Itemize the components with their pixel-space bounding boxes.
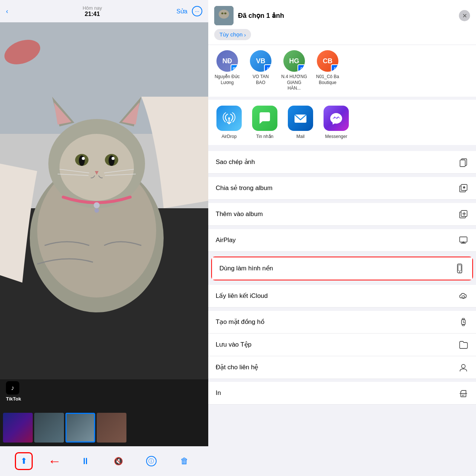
- svg-point-23: [94, 202, 100, 208]
- cat-photo: [0, 22, 208, 379]
- svg-point-53: [461, 364, 465, 368]
- svg-point-16: [82, 157, 85, 160]
- mail-svg: [293, 111, 308, 126]
- svg-point-14: [79, 155, 85, 166]
- action-save-files[interactable]: Lưu vào Tệp: [208, 334, 476, 356]
- avatar-initials-1: NĐ: [222, 57, 232, 65]
- svg-point-47: [464, 296, 464, 297]
- contact-avatar-4: CB Z: [317, 50, 338, 72]
- contacts-row: NĐ m Nguyễn Đức Lương VB Z VO TAN BAO HG…: [208, 45, 476, 100]
- share-button[interactable]: ⬆: [15, 452, 33, 470]
- share-header: Đã chọn 1 ảnh ✕ Tùy chọn ›: [208, 0, 476, 45]
- left-header: ‹ Hôm nay 21:41 Sửa ···: [0, 0, 208, 22]
- zalo-badge-4: Z: [331, 64, 338, 72]
- divider-7: [208, 379, 476, 382]
- app-messenger[interactable]: Messenger: [321, 106, 351, 139]
- contact-item-2[interactable]: VB Z VO TAN BAO: [248, 50, 274, 91]
- thumbnail-1[interactable]: [3, 413, 33, 443]
- action-create-watch[interactable]: Tạo mặt đồng hồ: [208, 311, 476, 334]
- app-mail[interactable]: Mail: [286, 106, 315, 139]
- action-group-wallpaper: Dùng làm hình nền: [211, 257, 473, 280]
- action-airplay[interactable]: AirPlay: [208, 229, 476, 252]
- arrow-indicator: ←: [48, 453, 61, 469]
- thumbnail-2[interactable]: [34, 413, 64, 443]
- action-copy-photo[interactable]: Sao chép ảnh: [208, 151, 476, 174]
- save-files-label: Lưu vào Tệp: [216, 341, 251, 348]
- time-display: 21:41: [85, 11, 100, 17]
- right-panel: Đã chọn 1 ảnh ✕ Tùy chọn › NĐ m Nguyễn Đ…: [208, 0, 476, 476]
- action-group-add-album: Thêm vào album: [208, 203, 476, 226]
- more-icon: ···: [195, 9, 199, 14]
- thumbnail-selected[interactable]: [65, 413, 95, 443]
- action-print[interactable]: In: [208, 382, 476, 405]
- tiktok-label: TikTok: [6, 396, 21, 402]
- divider-1: [208, 174, 476, 177]
- edit-button[interactable]: Sửa: [176, 8, 187, 15]
- zalo-badge-2: Z: [264, 64, 271, 72]
- thumbnail-4[interactable]: [97, 413, 126, 443]
- zalo-badge-3: Z: [298, 64, 305, 72]
- contact-name-3: N.4 HƯƠNG GIANG HÀN...: [281, 74, 307, 91]
- back-button[interactable]: ‹: [6, 7, 8, 15]
- airplay-label: AirPlay: [216, 237, 236, 244]
- contact-item-1[interactable]: NĐ m Nguyễn Đức Lương: [214, 50, 240, 91]
- left-panel: ‹ Hôm nay 21:41 Sửa ···: [0, 0, 208, 476]
- print-label: In: [216, 389, 221, 397]
- info-button[interactable]: ⓘ: [142, 452, 160, 470]
- messenger-svg: [329, 111, 344, 126]
- messenger-label: Messenger: [325, 134, 347, 139]
- share-icon: ⬆: [20, 456, 27, 466]
- messenger-badge-1: m: [231, 64, 238, 72]
- mute-button[interactable]: 🔇: [109, 452, 127, 470]
- divider-6: [208, 308, 476, 311]
- svg-point-11: [60, 134, 134, 201]
- more-button[interactable]: ···: [192, 6, 202, 16]
- divider-3: [208, 226, 476, 229]
- svg-point-27: [221, 13, 223, 15]
- messages-label: Tin nhắn: [256, 134, 274, 139]
- album-title: Hôm nay: [83, 5, 102, 11]
- contact-name-1: Nguyễn Đức Lương: [214, 74, 240, 86]
- options-button[interactable]: Tùy chọn ›: [214, 29, 251, 40]
- tiktok-overlay: ♪ TikTok: [6, 381, 21, 402]
- divider-5: [208, 282, 476, 285]
- share-title: Đã chọn 1 ảnh: [238, 12, 284, 20]
- action-add-album[interactable]: Thêm vào album: [208, 203, 476, 226]
- action-share-album[interactable]: Chia sẻ trong album: [208, 177, 476, 200]
- contact-item-3[interactable]: HG Z N.4 HƯƠNG GIANG HÀN...: [281, 50, 307, 91]
- pause-button[interactable]: ⏸: [77, 452, 94, 470]
- messages-svg: [257, 111, 272, 126]
- share-album-icon: [458, 183, 469, 193]
- mute-icon: 🔇: [114, 457, 123, 466]
- share-header-top: Đã chọn 1 ảnh ✕: [214, 6, 470, 25]
- action-icloud-link[interactable]: Lấy liên kết iCloud: [208, 285, 476, 308]
- close-icon: ✕: [462, 12, 467, 19]
- close-button[interactable]: ✕: [459, 10, 470, 21]
- contact-item-4[interactable]: CB Z N01_Cô Ba Boutique: [315, 50, 341, 91]
- title-area: Hôm nay 21:41: [83, 5, 102, 17]
- delete-button[interactable]: 🗑: [176, 452, 193, 470]
- mail-label: Mail: [296, 134, 305, 139]
- action-wallpaper[interactable]: Dùng làm hình nền: [212, 257, 472, 280]
- action-group-watch: Tạo mặt đồng hồ Lưu vào Tệp: [208, 311, 476, 379]
- contact-avatar-2: VB Z: [250, 50, 271, 72]
- tiktok-icon: ♪: [11, 384, 15, 392]
- action-list: Sao chép ảnh Chia sẻ trong album: [208, 148, 476, 476]
- selected-photo-thumb: [214, 6, 234, 25]
- action-assign-contact[interactable]: Đặt cho liên hệ: [208, 356, 476, 379]
- svg-point-36: [463, 186, 465, 189]
- contact-icon: [458, 362, 469, 373]
- svg-point-45: [459, 271, 460, 272]
- files-icon: [458, 340, 469, 350]
- app-airdrop[interactable]: AirDrop: [214, 106, 244, 139]
- contact-avatar-1: NĐ m: [216, 50, 238, 72]
- svg-rect-33: [460, 160, 465, 167]
- airdrop-icon: [216, 106, 242, 131]
- info-icon: ⓘ: [146, 456, 157, 466]
- app-messages[interactable]: Tin nhắn: [250, 106, 280, 139]
- add-album-label: Thêm vào album: [216, 210, 263, 218]
- contact-name-2: VO TAN BAO: [248, 74, 274, 86]
- delete-icon: 🗑: [180, 456, 189, 466]
- icloud-icon: [458, 291, 469, 301]
- add-album-icon: [458, 209, 469, 219]
